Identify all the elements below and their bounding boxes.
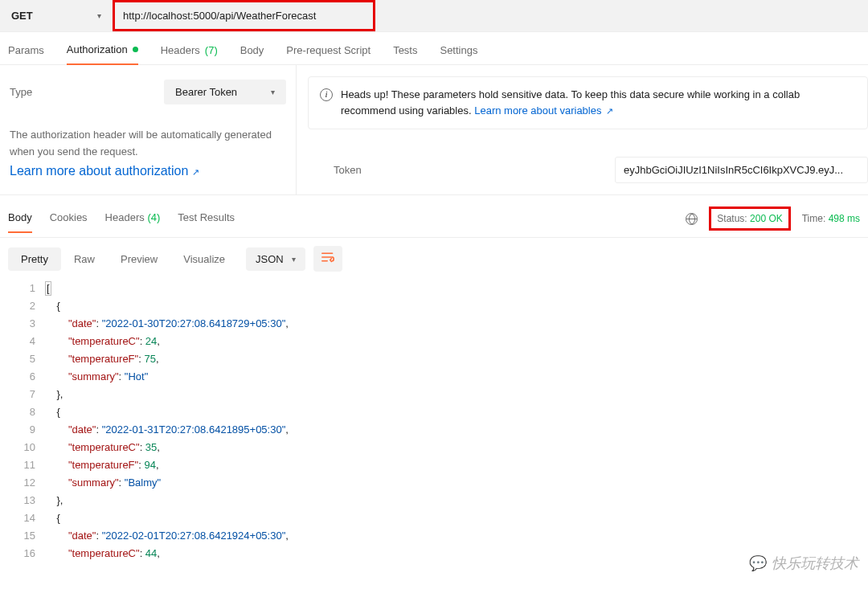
resp-tab-headers-label: Headers [105, 211, 145, 223]
tab-authorization-label: Authorization [67, 43, 128, 55]
globe-icon[interactable] [686, 213, 698, 225]
wrap-lines-icon [321, 252, 334, 263]
auth-type-row: Type Bearer Token ▾ [10, 80, 286, 104]
tab-body[interactable]: Body [240, 43, 264, 64]
tab-headers-label: Headers [161, 44, 200, 56]
resp-tab-cookies[interactable]: Cookies [50, 211, 88, 232]
chevron-down-icon: ▾ [97, 11, 101, 20]
tab-params[interactable]: Params [8, 43, 44, 64]
dot-indicator-icon [133, 47, 138, 52]
sensitive-data-notice: i Heads up! These parameters hold sensit… [308, 76, 868, 129]
request-tab-bar: Params Authorization Headers (7) Body Pr… [0, 32, 868, 65]
status-value: 200 OK [750, 213, 783, 224]
http-method-select[interactable]: GET ▾ [0, 0, 113, 31]
auth-type-value: Bearer Token [175, 86, 237, 98]
resp-tab-test-results[interactable]: Test Results [178, 211, 235, 232]
tab-headers-count: (7) [205, 44, 218, 56]
response-body-code[interactable]: 12345678910111213141516 [ { "date": "202… [0, 280, 868, 562]
seg-pretty[interactable]: Pretty [8, 247, 61, 271]
chevron-down-icon: ▾ [292, 255, 296, 264]
tab-authorization[interactable]: Authorization [67, 43, 138, 65]
tab-headers[interactable]: Headers (7) [161, 43, 218, 64]
learn-more-vars-text: Learn more about variables [474, 104, 601, 117]
token-row: Token eyJhbGciOiJIUzI1NiIsInR5cCI6IkpXVC… [308, 157, 868, 183]
external-link-icon: ↗ [190, 167, 199, 177]
learn-more-authorization-link[interactable]: Learn more about authorization ↗ [10, 164, 199, 178]
view-mode-segment: Pretty Raw Preview Visualize [8, 247, 238, 271]
learn-more-auth-text: Learn more about authorization [10, 164, 188, 178]
status-highlight: Status: 200 OK [709, 207, 790, 231]
format-label: JSON [256, 253, 284, 265]
code-content: [ { "date": "2022-01-30T20:27:08.6418729… [45, 280, 868, 562]
resp-tab-headers-count: (4) [147, 211, 160, 223]
time-group: Time: 498 ms [802, 213, 860, 224]
request-bar: GET ▾ http://localhost:5000/api/WeatherF… [0, 0, 868, 32]
notice-text-wrap: Heads up! These parameters hold sensitiv… [341, 87, 856, 119]
http-method-label: GET [11, 10, 33, 22]
authorization-panel: Type Bearer Token ▾ The authorization he… [0, 65, 868, 195]
wrap-lines-button[interactable] [313, 246, 342, 272]
auth-description: The authorization header will be automat… [10, 127, 286, 161]
info-icon: i [320, 88, 333, 101]
learn-more-variables-link[interactable]: Learn more about variables ↗ [474, 104, 612, 117]
format-select[interactable]: JSON ▾ [246, 247, 305, 271]
tab-tests[interactable]: Tests [393, 43, 417, 64]
tab-settings[interactable]: Settings [440, 43, 477, 64]
resp-tab-body[interactable]: Body [8, 211, 32, 233]
url-input[interactable]: http://localhost:5000/api/WeatherForecas… [123, 10, 316, 22]
watermark: 💬 快乐玩转技术 [749, 554, 858, 573]
external-link-icon: ↗ [603, 106, 612, 116]
url-input-highlight: http://localhost:5000/api/WeatherForecas… [113, 0, 375, 31]
time-value: 498 ms [829, 213, 860, 224]
chevron-down-icon: ▾ [271, 88, 275, 96]
watermark-text: 快乐玩转技术 [772, 554, 858, 573]
response-tab-bar: Body Cookies Headers (4) Test Results [8, 211, 235, 232]
wechat-icon: 💬 [749, 554, 767, 572]
auth-right-column: i Heads up! These parameters hold sensit… [296, 65, 868, 194]
line-number-gutter: 12345678910111213141516 [0, 280, 45, 562]
seg-visualize[interactable]: Visualize [170, 247, 238, 271]
tab-pre-request[interactable]: Pre-request Script [286, 43, 371, 64]
status-label: Status: [717, 213, 747, 224]
seg-raw[interactable]: Raw [61, 247, 108, 271]
token-label: Token [334, 164, 615, 176]
token-input[interactable]: eyJhbGciOiJIUzI1NiIsInR5cCI6IkpXVCJ9.eyJ… [615, 157, 868, 183]
resp-tab-headers[interactable]: Headers (4) [105, 211, 161, 232]
response-view-controls: Pretty Raw Preview Visualize JSON ▾ [0, 238, 868, 280]
time-label: Time: [802, 213, 826, 224]
auth-type-label: Type [10, 86, 32, 98]
response-meta-bar: Body Cookies Headers (4) Test Results St… [0, 195, 868, 238]
seg-preview[interactable]: Preview [108, 247, 170, 271]
response-status-group: Status: 200 OK Time: 498 ms [686, 207, 860, 237]
auth-left-column: Type Bearer Token ▾ The authorization he… [0, 65, 296, 194]
auth-type-select[interactable]: Bearer Token ▾ [164, 80, 286, 104]
